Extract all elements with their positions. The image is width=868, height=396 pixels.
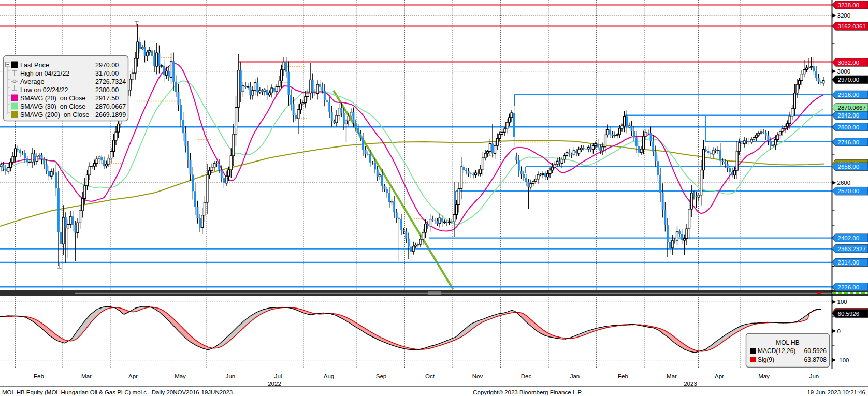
svg-text:0: 0 bbox=[837, 328, 841, 334]
svg-text:MOL HB Equity (MOL Hungarian O: MOL HB Equity (MOL Hungarian Oil & Gas P… bbox=[2, 389, 233, 395]
svg-text:3170.00: 3170.00 bbox=[95, 70, 119, 77]
svg-text:3238.00: 3238.00 bbox=[838, 2, 860, 8]
svg-text:Average: Average bbox=[20, 78, 44, 85]
svg-text:2023: 2023 bbox=[684, 380, 697, 387]
svg-text:2870.0667: 2870.0667 bbox=[95, 103, 126, 110]
svg-text:Sig(9): Sig(9) bbox=[758, 356, 774, 363]
svg-text:3200: 3200 bbox=[837, 12, 851, 19]
svg-text:2916.00: 2916.00 bbox=[838, 92, 860, 98]
svg-text:-100: -100 bbox=[837, 357, 849, 363]
svg-text:63.8708: 63.8708 bbox=[804, 356, 827, 363]
svg-text:2917.50: 2917.50 bbox=[95, 95, 119, 102]
svg-text:Dec: Dec bbox=[521, 373, 532, 379]
svg-text:19-Jun-2023 10:21:46: 19-Jun-2023 10:21:46 bbox=[807, 389, 865, 395]
svg-text:SMAVG (20) on Close: SMAVG (20) on Close bbox=[20, 95, 85, 102]
svg-text:Mar: Mar bbox=[667, 373, 677, 379]
svg-text:High on 04/21/22: High on 04/21/22 bbox=[20, 70, 69, 77]
svg-text:60.5926: 60.5926 bbox=[804, 347, 827, 355]
svg-text:Jun: Jun bbox=[226, 373, 236, 379]
svg-text:2669.1899: 2669.1899 bbox=[95, 111, 126, 119]
svg-text:3162.0361: 3162.0361 bbox=[838, 23, 866, 30]
svg-text:2570.00: 2570.00 bbox=[838, 188, 860, 194]
svg-text:Apr: Apr bbox=[715, 373, 724, 379]
svg-text:2022: 2022 bbox=[268, 380, 281, 387]
svg-text:2402.00: 2402.00 bbox=[838, 235, 860, 241]
svg-text:2746.00: 2746.00 bbox=[838, 139, 860, 145]
svg-text:SMAVG (30) on Close: SMAVG (30) on Close bbox=[20, 103, 85, 110]
svg-text:MOL HB: MOL HB bbox=[776, 339, 800, 346]
svg-text:3000: 3000 bbox=[837, 68, 851, 75]
svg-text:May: May bbox=[175, 373, 186, 379]
svg-text:SMAVG (200) on Close: SMAVG (200) on Close bbox=[20, 111, 89, 119]
svg-text:May: May bbox=[758, 373, 770, 379]
svg-text:2600: 2600 bbox=[837, 180, 851, 186]
svg-text:2226.00: 2226.00 bbox=[838, 284, 860, 290]
svg-text:Sep: Sep bbox=[376, 373, 386, 379]
svg-text:100: 100 bbox=[837, 299, 847, 305]
svg-text:Copyright® 2023 Bloomberg Fina: Copyright® 2023 Bloomberg Finance L.P. bbox=[473, 389, 583, 395]
svg-text:2300.00: 2300.00 bbox=[95, 86, 119, 94]
svg-text:MACD(12,26): MACD(12,26) bbox=[758, 347, 795, 355]
svg-text:Feb: Feb bbox=[34, 373, 44, 379]
svg-text:Low on 02/24/22: Low on 02/24/22 bbox=[20, 86, 68, 94]
svg-text:Oct: Oct bbox=[425, 373, 435, 379]
svg-text:Last Price: Last Price bbox=[20, 62, 49, 69]
svg-text:2870.0667: 2870.0667 bbox=[838, 105, 866, 111]
svg-text:Aug: Aug bbox=[324, 373, 334, 379]
svg-text:2658.00: 2658.00 bbox=[838, 164, 860, 170]
svg-text:3032.00: 3032.00 bbox=[838, 60, 860, 66]
svg-text:2314.00: 2314.00 bbox=[838, 259, 860, 266]
svg-text:2970.00: 2970.00 bbox=[95, 62, 119, 69]
svg-text:Jul: Jul bbox=[274, 373, 282, 379]
svg-text:2363.2327: 2363.2327 bbox=[838, 246, 866, 252]
svg-text:Mar: Mar bbox=[81, 373, 92, 379]
svg-text:Feb: Feb bbox=[618, 373, 628, 379]
svg-text:2800.00: 2800.00 bbox=[838, 124, 860, 130]
svg-text:2842.00: 2842.00 bbox=[838, 112, 860, 119]
svg-text:Jun: Jun bbox=[809, 373, 819, 379]
svg-text:Jan: Jan bbox=[570, 373, 580, 379]
svg-text:Apr: Apr bbox=[128, 373, 138, 379]
svg-text:Nov: Nov bbox=[472, 373, 483, 379]
svg-text:2726.7324: 2726.7324 bbox=[95, 78, 126, 85]
svg-text:60.5926: 60.5926 bbox=[838, 311, 860, 317]
svg-text:2970.00: 2970.00 bbox=[838, 77, 860, 83]
